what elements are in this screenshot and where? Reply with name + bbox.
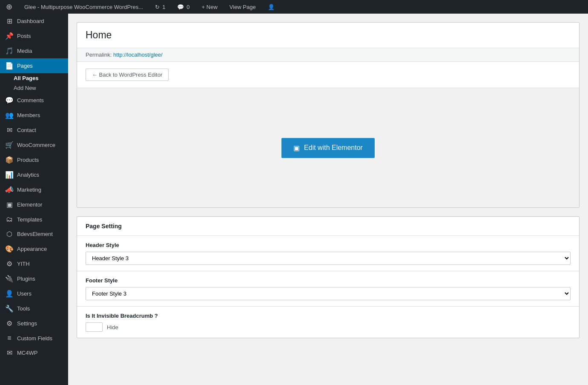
- adminbar-user[interactable]: 👤: [265, 0, 277, 14]
- edit-with-elementor-button[interactable]: ▣ Edit with Elementor: [281, 138, 375, 158]
- analytics-icon: 📊: [5, 171, 14, 179]
- breadcrumb-toggle[interactable]: [86, 322, 103, 332]
- tools-icon: 🔧: [5, 305, 14, 313]
- elementor-icon: ▣: [5, 201, 14, 209]
- sidebar-mc4wp-label: MC4WP: [17, 350, 37, 356]
- adminbar-comments[interactable]: 💬 0: [175, 0, 192, 14]
- all-pages-label: All Pages: [14, 75, 39, 81]
- breadcrumb-row: Hide: [86, 322, 571, 332]
- sidebar-item-marketing[interactable]: 📣 Marketing: [0, 182, 68, 197]
- dashboard-icon: ⊞: [5, 17, 14, 25]
- sidebar-users-label: Users: [17, 290, 32, 297]
- sidebar-item-analytics[interactable]: 📊 Analytics: [0, 167, 68, 182]
- page-title-bar: Home: [77, 23, 579, 48]
- sidebar-sub-all-pages[interactable]: All Pages: [0, 73, 68, 83]
- sidebar-tools-label: Tools: [17, 305, 30, 312]
- bdevselement-icon: ⬡: [5, 230, 14, 238]
- marketing-icon: 📣: [5, 186, 14, 194]
- adminbar-view-page[interactable]: View Page: [227, 0, 258, 14]
- sidebar-members-label: Members: [17, 112, 40, 118]
- adminbar-site-name[interactable]: Glee - Multipurpose WooCommerce WordPres…: [22, 0, 146, 14]
- sidebar-plugins-label: Plugins: [17, 276, 35, 282]
- members-icon: 👥: [5, 111, 14, 119]
- permalink-url[interactable]: http://localhost/glee/: [113, 52, 163, 58]
- page-settings-title: Page Setting: [77, 217, 579, 236]
- mc4wp-icon: ✉: [5, 349, 14, 357]
- sidebar-item-appearance[interactable]: 🎨 Appearance: [0, 241, 68, 256]
- sidebar-item-woocommerce[interactable]: 🛒 WooCommerce: [0, 138, 68, 152]
- sidebar-item-tools[interactable]: 🔧 Tools: [0, 301, 68, 316]
- page-title: Home: [86, 29, 571, 41]
- page-settings: Page Setting Header Style Header Style 3…: [77, 216, 579, 338]
- sidebar-item-dashboard[interactable]: ⊞ Dashboard: [0, 14, 68, 29]
- templates-icon: 🗂: [5, 215, 14, 223]
- custom-fields-icon: ≡: [5, 334, 14, 342]
- sidebar-item-custom-fields[interactable]: ≡ Custom Fields: [0, 331, 68, 345]
- sidebar-comments-label: Comments: [17, 97, 44, 103]
- sidebar-item-posts[interactable]: 📌 Posts: [0, 29, 68, 43]
- footer-style-field: Footer Style Footer Style 3: [77, 271, 579, 307]
- sidebar-contact-label: Contact: [17, 127, 36, 133]
- new-label: + New: [202, 4, 218, 10]
- header-style-select[interactable]: Header Style 3: [86, 252, 571, 265]
- sidebar-elementor-label: Elementor: [17, 201, 42, 208]
- back-button-bar: ← Back to WordPress Editor: [77, 62, 579, 88]
- sidebar-posts-label: Posts: [17, 33, 31, 39]
- yith-icon: ⚙: [5, 260, 14, 268]
- media-icon: 🎵: [5, 47, 14, 55]
- pages-icon: 📄: [5, 62, 14, 70]
- sidebar-settings-label: Settings: [17, 320, 37, 327]
- hide-label: Hide: [107, 324, 118, 330]
- sidebar-media-label: Media: [17, 48, 32, 54]
- sidebar-item-pages[interactable]: 📄 Pages: [0, 58, 68, 73]
- adminbar-new[interactable]: + New: [199, 0, 220, 14]
- sidebar-pages-label: Pages: [17, 63, 33, 69]
- content-area: Home Permalink: http://localhost/glee/ ←…: [68, 14, 588, 385]
- user-icon: 👤: [268, 4, 275, 10]
- adminbar-logo[interactable]: ⊕: [3, 0, 15, 14]
- sidebar-item-mc4wp[interactable]: ✉ MC4WP: [0, 345, 68, 360]
- products-icon: 📦: [5, 156, 14, 164]
- permalink-bar: Permalink: http://localhost/glee/: [77, 48, 579, 62]
- sidebar-analytics-label: Analytics: [17, 172, 39, 178]
- elementor-btn-label: Edit with Elementor: [304, 144, 363, 152]
- footer-style-label: Footer Style: [86, 277, 571, 284]
- sidebar-item-templates[interactable]: 🗂 Templates: [0, 212, 68, 227]
- sidebar-item-media[interactable]: 🎵 Media: [0, 43, 68, 58]
- sidebar-bdevselement-label: BdevsElement: [17, 231, 53, 237]
- woocommerce-icon: 🛒: [5, 141, 14, 149]
- adminbar-updates[interactable]: ↻ 1: [152, 0, 168, 14]
- sidebar-marketing-label: Marketing: [17, 187, 41, 193]
- sidebar-appearance-label: Appearance: [17, 246, 47, 252]
- sidebar-item-members[interactable]: 👥 Members: [0, 108, 68, 123]
- header-style-label: Header Style: [86, 242, 571, 248]
- sidebar-yith-label: YITH: [17, 261, 30, 267]
- wp-logo-icon: ⊕: [6, 2, 12, 11]
- site-name-text: Glee - Multipurpose WooCommerce WordPres…: [24, 4, 143, 10]
- sidebar-item-settings[interactable]: ⚙ Settings: [0, 316, 68, 331]
- header-style-field: Header Style Header Style 3: [77, 236, 579, 271]
- back-to-wordpress-editor-button[interactable]: ← Back to WordPress Editor: [86, 69, 169, 81]
- sidebar-item-bdevselement[interactable]: ⬡ BdevsElement: [0, 227, 68, 241]
- users-icon: 👤: [5, 290, 14, 298]
- permalink-label: Permalink:: [86, 52, 112, 58]
- sidebar-sub-add-new[interactable]: Add New: [0, 83, 68, 93]
- sidebar-templates-label: Templates: [17, 216, 42, 223]
- appearance-icon: 🎨: [5, 245, 14, 253]
- sidebar: ⊞ Dashboard 📌 Posts 🎵 Media 📄 Pages All …: [0, 14, 68, 385]
- sidebar-products-label: Products: [17, 157, 39, 163]
- sidebar-item-plugins[interactable]: 🔌 Plugins: [0, 271, 68, 286]
- footer-style-select[interactable]: Footer Style 3: [86, 287, 571, 300]
- sidebar-item-contact[interactable]: ✉ Contact: [0, 123, 68, 138]
- sidebar-item-products[interactable]: 📦 Products: [0, 152, 68, 167]
- plugins-icon: 🔌: [5, 275, 14, 283]
- sidebar-item-yith[interactable]: ⚙ YITH: [0, 256, 68, 271]
- sidebar-item-users[interactable]: 👤 Users: [0, 286, 68, 301]
- contact-icon: ✉: [5, 126, 14, 134]
- breadcrumb-label: Is It Invisible Breadcrumb ?: [86, 313, 571, 319]
- sidebar-custom-fields-label: Custom Fields: [17, 335, 52, 342]
- sidebar-item-comments[interactable]: 💬 Comments: [0, 93, 68, 108]
- sidebar-item-elementor[interactable]: ▣ Elementor: [0, 197, 68, 212]
- elementor-btn-icon: ▣: [293, 144, 300, 152]
- posts-icon: 📌: [5, 32, 14, 40]
